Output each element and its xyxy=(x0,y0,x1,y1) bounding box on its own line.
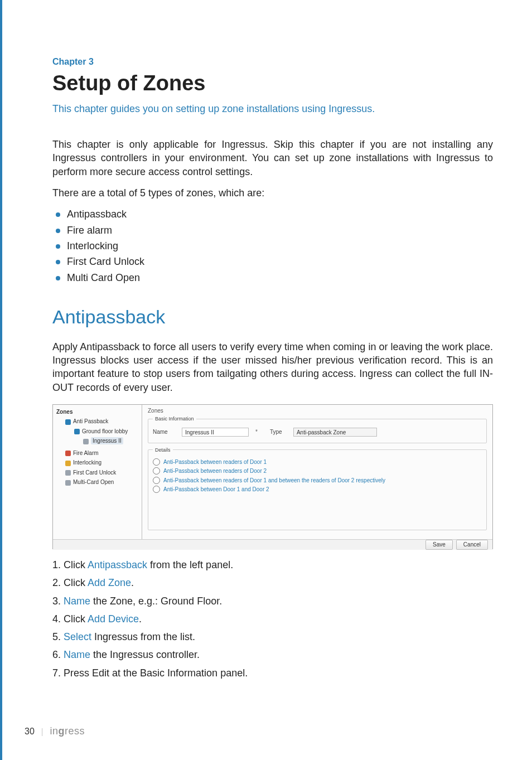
steps-list: Click Antipassback from the left panel. … xyxy=(52,558,493,680)
tree-item[interactable]: Multi-Card Open xyxy=(59,477,138,487)
type-label: Type xyxy=(270,428,288,436)
cards-icon xyxy=(65,480,71,486)
main-title: Zones xyxy=(148,407,487,415)
radio-option[interactable]: Anti-Passback between readers of Door 1 … xyxy=(153,477,482,485)
basic-info-legend: Basic Information xyxy=(153,415,196,422)
details-group: Details Anti-Passback between readers of… xyxy=(148,447,487,530)
step-item: Click Antipassback from the left panel. xyxy=(64,558,493,572)
tree-item[interactable]: Ground floor lobby Ingressus II xyxy=(67,427,138,447)
details-legend: Details xyxy=(153,447,173,453)
chapter-title: Setup of Zones xyxy=(52,69,493,98)
radio-option[interactable]: Anti-Passback between readers of Door 2 xyxy=(153,467,482,475)
shield-icon xyxy=(74,429,80,434)
radio-input[interactable] xyxy=(153,467,160,475)
step-item: Name the Ingressus controller. xyxy=(64,648,493,661)
page-footer: 30 | ingress xyxy=(25,724,85,738)
step-item: Select Ingressus from the list. xyxy=(64,630,493,643)
intro-paragraph-2: There are a total of 5 types of zones, w… xyxy=(52,186,493,200)
radio-input[interactable] xyxy=(153,458,160,466)
required-marker: * xyxy=(255,428,258,436)
section-body: Apply Antipassback to force all users to… xyxy=(52,340,493,394)
zone-type-item: Interlocking xyxy=(52,239,493,253)
zone-type-item: Multi Card Open xyxy=(52,271,493,284)
intro-paragraph-1: This chapter is only applicable for Ingr… xyxy=(52,138,493,178)
lock-icon xyxy=(65,461,71,466)
chapter-label: Chapter 3 xyxy=(52,56,493,68)
tree-root[interactable]: Zones xyxy=(56,409,72,415)
chapter-subtitle: This chapter guides you on setting up zo… xyxy=(52,102,493,115)
brand-word: ingress xyxy=(50,724,85,738)
radio-option[interactable]: Anti-Passback between readers of Door 1 xyxy=(153,458,482,466)
cancel-button[interactable]: Cancel xyxy=(456,540,488,550)
radio-option[interactable]: Anti-Passback between Door 1 and Door 2 xyxy=(153,486,482,493)
tag-icon xyxy=(83,439,89,444)
zone-type-item: Fire alarm xyxy=(52,224,493,237)
name-input[interactable]: Ingressus II xyxy=(182,428,249,437)
step-item: Press Edit at the Basic Information pane… xyxy=(64,666,493,680)
fire-icon xyxy=(65,451,71,456)
card-icon xyxy=(65,470,71,476)
tree-item[interactable]: Interlocking xyxy=(59,458,138,468)
step-item: Click Add Device. xyxy=(64,612,493,626)
tree-item[interactable]: First Card Unlock xyxy=(59,468,138,478)
step-item: Click Add Zone. xyxy=(64,576,493,589)
zone-types-list: Antipassback Fire alarm Interlocking Fir… xyxy=(52,207,493,284)
app-screenshot: Zones Anti Passback Ground floor lobby I… xyxy=(52,404,493,549)
name-label: Name xyxy=(153,428,176,436)
screenshot-footer-bar: Save Cancel xyxy=(53,539,492,550)
tree-item[interactable]: Fire Alarm xyxy=(59,448,138,458)
basic-info-group: Basic Information Name Ingressus II * Ty… xyxy=(148,415,487,443)
screenshot-main: Zones Basic Information Name Ingressus I… xyxy=(142,405,492,539)
radio-input[interactable] xyxy=(153,477,160,484)
tree-item[interactable]: Anti Passback Ground floor lobby Ingress… xyxy=(59,417,138,448)
radio-input[interactable] xyxy=(153,486,160,493)
shield-icon xyxy=(65,419,71,425)
save-button[interactable]: Save xyxy=(425,540,453,550)
section-title-antipassback: Antipassback xyxy=(52,304,493,330)
step-item: Name the Zone, e.g.: Ground Floor. xyxy=(64,594,493,608)
tree-item-selected[interactable]: Ingressus II xyxy=(76,436,138,446)
zone-type-item: Antipassback xyxy=(52,207,493,221)
page-number: 30 xyxy=(25,725,35,738)
screenshot-sidebar: Zones Anti Passback Ground floor lobby I… xyxy=(53,405,142,539)
zone-type-item: First Card Unlock xyxy=(52,255,493,268)
type-field: Anti-passback Zone xyxy=(293,428,377,437)
